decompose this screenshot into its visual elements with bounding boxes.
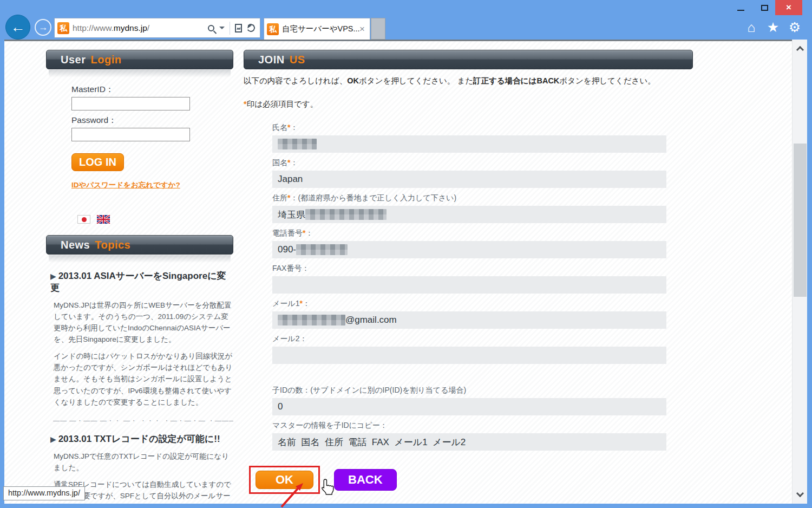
main-column: JOINUS 以下の内容でよろしければ、OKボタンを押してください。 また訂正す… — [244, 50, 693, 494]
news-headline[interactable]: ▶ 2013.01 TXTレコードの設定が可能に!! — [50, 433, 233, 445]
scrollbar-thumb[interactable] — [794, 144, 807, 297]
page-content: UserLogin MasterID： Password： LOG IN IDや… — [4, 40, 792, 504]
close-button[interactable]: × — [775, 0, 802, 15]
divider — [230, 22, 230, 35]
field-label: 住所*：(都道府県から番地まで正しく入力して下さい) — [272, 193, 666, 203]
field-value: 埼玉県 — [272, 206, 666, 223]
ok-annotation-box: OK — [249, 466, 320, 494]
news-separator: ―― ―・―― ―・・ ―・ ・・・ ・―・―・― ・――― ・――・ — [53, 416, 233, 426]
field-label: 氏名*： — [272, 122, 666, 132]
header-reflection — [49, 70, 231, 77]
field-label: 電話番号*： — [272, 228, 666, 238]
login-button[interactable]: LOG IN — [71, 153, 124, 171]
back-arrow-icon: ← — [11, 19, 25, 36]
form-row-0: 氏名*： — [272, 122, 666, 153]
form-row-8: マスターの情報を子IDにコピー：名前 国名 住所 電話 FAX メール1 メール… — [272, 420, 666, 451]
confirmation-form: 氏名*：国名*：Japan住所*：(都道府県から番地まで正しく入力して下さい)埼… — [272, 122, 666, 451]
news-paragraph: インドの時にはパケットロスがかなりあり回線状況が悪かったのですが、シンガポールは… — [54, 350, 233, 407]
scroll-up-icon[interactable] — [796, 46, 804, 54]
redacted-value — [296, 244, 348, 255]
field-value — [272, 347, 666, 364]
instruction-segment: 訂正する場合には — [473, 76, 536, 85]
instruction-segment: OK — [347, 76, 359, 85]
login-form: MasterID： Password： LOG IN IDやパスワードをお忘れで… — [71, 84, 233, 190]
field-label: 国名*： — [272, 158, 666, 167]
form-row-4: FAX番号： — [272, 263, 666, 294]
chevron-down-icon[interactable] — [219, 27, 225, 29]
forward-button[interactable]: → — [35, 19, 51, 36]
field-value: 名前 国名 住所 電話 FAX メール1 メール2 — [272, 433, 666, 451]
status-url-tooltip: http://www.mydns.jp/ — [3, 486, 85, 500]
redacted-value — [305, 209, 387, 220]
news-list: ▶ 2013.01 ASIAサーバーをSingaporeに変更MyDNS.JPは… — [46, 270, 233, 504]
password-label: Password： — [71, 115, 233, 126]
instruction-segment: 以下の内容でよろしければ、 — [244, 76, 347, 85]
favorites-star-icon[interactable]: ★ — [764, 18, 782, 36]
forgot-password-link[interactable]: IDやパスワードをお忘れですか? — [71, 180, 180, 190]
field-label: FAX番号： — [272, 263, 666, 273]
close-icon: × — [786, 2, 791, 13]
minimize-icon — [737, 10, 744, 11]
masterid-label: MasterID： — [71, 84, 233, 95]
redacted-value — [278, 315, 345, 325]
japan-flag-icon[interactable] — [77, 215, 90, 224]
uk-flag-icon[interactable] — [96, 215, 110, 224]
maximize-icon — [761, 5, 768, 11]
field-value — [272, 276, 666, 294]
field-note: (都道府県から番地まで正しく入力して下さい) — [298, 193, 456, 202]
field-label: メール1*： — [272, 298, 666, 308]
ok-button[interactable]: OK — [256, 471, 313, 489]
news-topics-header: NewsTopics — [46, 235, 233, 255]
news-paragraph: MyDNS.JPは世界の四ヶ所にWEBサーバーを分散配置しています。そのうちの一… — [54, 299, 233, 345]
redacted-value — [278, 139, 317, 149]
required-note: *印は必須項目です。 — [244, 99, 693, 109]
form-row-3: 電話番号*：090- — [272, 228, 666, 258]
instruction-segment: BACK — [536, 76, 559, 85]
form-row-6: メール2： — [272, 334, 666, 364]
tab-close-icon[interactable]: × — [359, 24, 370, 35]
field-value: 090- — [272, 241, 666, 258]
minimize-button[interactable] — [730, 0, 751, 15]
new-tab-button[interactable] — [371, 18, 385, 40]
compatibility-view-icon[interactable] — [235, 24, 242, 32]
browser-window: × ← → 私 http://www.mydns.jp/ 私 自宅サーバーやVP… — [0, 0, 812, 508]
field-note: (サブドメインに別のIP(ID)を割り当てる場合) — [310, 386, 466, 394]
field-value — [272, 135, 666, 153]
form-row-1: 国名*：Japan — [272, 158, 666, 188]
url-text: http://www.mydns.jp/ — [73, 23, 149, 33]
field-label: 子IDの数：(サブドメインに別のIP(ID)を割り当てる場合) — [272, 385, 666, 395]
user-login-header: UserLogin — [46, 50, 233, 69]
form-row-2: 住所*：(都道府県から番地まで正しく入力して下さい)埼玉県 — [272, 193, 666, 223]
refresh-icon[interactable] — [246, 23, 256, 32]
instruction-segment: ボタンを押してください。 — [559, 76, 655, 85]
masterid-input[interactable] — [71, 97, 190, 110]
tab-title: 自宅サーバーやVPS... — [282, 24, 359, 34]
back-button[interactable]: ← — [5, 15, 30, 40]
instruction-text: 以下の内容でよろしければ、OKボタンを押してください。 また訂正する場合にはBA… — [244, 76, 693, 86]
tab-favicon: 私 — [267, 23, 279, 35]
back-form-button[interactable]: BACK — [334, 469, 397, 491]
browser-tab[interactable]: 私 自宅サーバーやVPS... × — [264, 18, 370, 40]
home-icon[interactable]: ⌂ — [743, 18, 760, 36]
triangle-bullet-icon: ▶ — [50, 435, 58, 444]
instruction-segment: ボタンを押してください。 また — [359, 76, 473, 85]
field-label: メール2： — [272, 334, 666, 343]
sidebar: UserLogin MasterID： Password： LOG IN IDや… — [46, 50, 233, 504]
field-value: 0 — [272, 398, 666, 415]
join-us-header: JOINUS — [244, 50, 693, 69]
site-favicon: 私 — [57, 22, 69, 34]
maximize-button[interactable] — [754, 0, 775, 15]
header-reflection — [49, 255, 231, 263]
search-icon[interactable] — [208, 25, 214, 31]
vertical-scrollbar[interactable] — [792, 40, 807, 504]
button-row: OK BACK — [249, 466, 693, 494]
form-row-5: メール1*：@gmail.com — [272, 298, 666, 329]
news-paragraph: MyDNS.JPで任意のTXTレコードの設定が可能になりました。 — [54, 451, 233, 473]
field-label: マスターの情報を子IDにコピー： — [272, 420, 666, 430]
scroll-down-icon[interactable] — [796, 490, 804, 497]
address-bar[interactable]: 私 http://www.mydns.jp/ — [54, 18, 260, 38]
settings-gear-icon[interactable]: ⚙ — [786, 18, 803, 36]
news-headline[interactable]: ▶ 2013.01 ASIAサーバーをSingaporeに変更 — [50, 270, 233, 294]
field-value: Japan — [272, 171, 666, 188]
password-input[interactable] — [71, 128, 190, 141]
